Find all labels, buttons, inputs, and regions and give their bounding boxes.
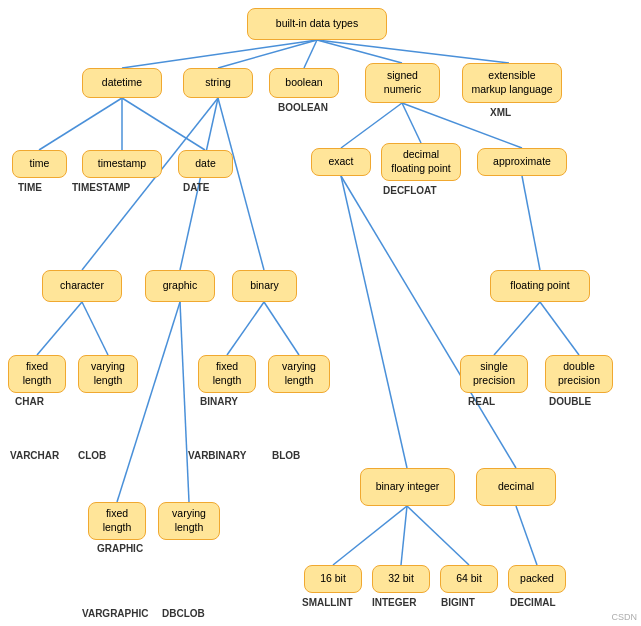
label-vargraphic: VARGRAPHIC: [82, 608, 148, 619]
node-bit32: 32 bit: [372, 565, 430, 593]
node-exact: exact: [311, 148, 371, 176]
svg-line-28: [516, 506, 537, 565]
label-boolean: BOOLEAN: [278, 102, 328, 113]
node-time: time: [12, 150, 67, 178]
node-floatpt: floating point: [490, 270, 590, 302]
node-signednum: signed numeric: [365, 63, 440, 103]
node-bit16: 16 bit: [304, 565, 362, 593]
node-fixedlen-bin: fixed length: [198, 355, 256, 393]
svg-line-2: [304, 40, 317, 68]
label-double: DOUBLE: [549, 396, 591, 407]
label-time: TIME: [18, 182, 42, 193]
node-bit64: 64 bit: [440, 565, 498, 593]
svg-line-21: [227, 302, 264, 355]
node-packed: packed: [508, 565, 566, 593]
label-timestamp: TIMESTAMP: [72, 182, 130, 193]
node-string: string: [183, 68, 253, 98]
label-blob: BLOB: [272, 450, 300, 461]
svg-line-14: [522, 176, 540, 270]
label-decfloat: DECFLOAT: [383, 185, 437, 196]
node-xml: extensible markup language: [462, 63, 562, 103]
node-date: date: [178, 150, 233, 178]
node-varylen-char: varying length: [78, 355, 138, 393]
svg-line-5: [39, 98, 122, 150]
watermark: CSDN: [611, 612, 637, 622]
svg-line-12: [402, 103, 421, 143]
svg-line-11: [341, 103, 402, 148]
node-binint: binary integer: [360, 468, 455, 506]
label-integer: INTEGER: [372, 597, 416, 608]
node-decfloat: decimal floating point: [381, 143, 461, 181]
node-varylen-bin: varying length: [268, 355, 330, 393]
label-binary: BINARY: [200, 396, 238, 407]
node-datetime: datetime: [82, 68, 162, 98]
label-clob: CLOB: [78, 450, 106, 461]
svg-line-7: [122, 98, 205, 150]
node-doublepre: double precision: [545, 355, 613, 393]
node-fixedlen-char: fixed length: [8, 355, 66, 393]
svg-line-25: [333, 506, 407, 565]
svg-line-20: [180, 302, 189, 502]
label-char: CHAR: [15, 396, 44, 407]
svg-line-27: [407, 506, 469, 565]
svg-line-3: [317, 40, 402, 63]
label-date: DATE: [183, 182, 209, 193]
svg-line-4: [317, 40, 509, 63]
label-bigint: BIGINT: [441, 597, 475, 608]
label-varbinary: VARBINARY: [188, 450, 246, 461]
node-graphic: graphic: [145, 270, 215, 302]
node-binary: binary: [232, 270, 297, 302]
node-boolean: boolean: [269, 68, 339, 98]
node-singlepre: single precision: [460, 355, 528, 393]
label-varchar: VARCHAR: [10, 450, 59, 461]
svg-line-16: [540, 302, 579, 355]
label-smallint: SMALLINT: [302, 597, 353, 608]
label-dbclob: DBCLOB: [162, 608, 205, 619]
svg-line-10: [218, 98, 264, 270]
svg-line-26: [401, 506, 407, 565]
svg-line-18: [82, 302, 108, 355]
node-character: character: [42, 270, 122, 302]
node-timestamp: timestamp: [82, 150, 162, 178]
label-real: REAL: [468, 396, 495, 407]
svg-line-1: [218, 40, 317, 68]
label-xml: XML: [490, 107, 511, 118]
svg-line-17: [37, 302, 82, 355]
node-approx: approximate: [477, 148, 567, 176]
svg-line-15: [494, 302, 540, 355]
diagram-container: built-in data types datetime string bool…: [0, 0, 641, 626]
label-graphic: GRAPHIC: [97, 543, 143, 554]
svg-line-0: [122, 40, 317, 68]
node-root: built-in data types: [247, 8, 387, 40]
svg-line-19: [117, 302, 180, 502]
node-varylen-gfx: varying length: [158, 502, 220, 540]
node-decimal: decimal: [476, 468, 556, 506]
svg-line-22: [264, 302, 299, 355]
node-fixedlen-gfx: fixed length: [88, 502, 146, 540]
label-decimal2: DECIMAL: [510, 597, 556, 608]
svg-line-24: [341, 176, 516, 468]
svg-line-23: [341, 176, 407, 468]
